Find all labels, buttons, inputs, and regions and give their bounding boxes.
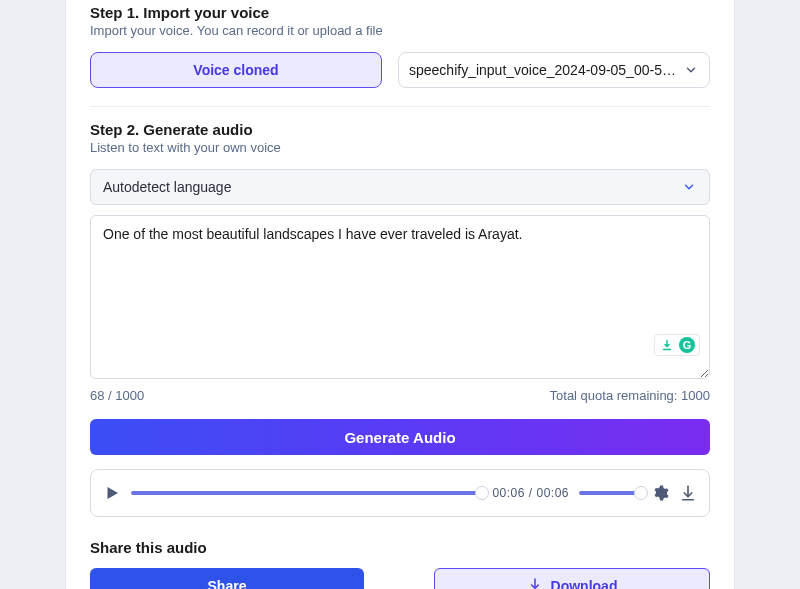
step1-title: Step 1. Import your voice (90, 4, 710, 21)
download-button[interactable]: Download (434, 568, 710, 589)
voice-cloned-button[interactable]: Voice cloned (90, 52, 382, 88)
grammarly-badge[interactable]: G (654, 334, 700, 356)
svg-marker-0 (108, 487, 119, 499)
text-input[interactable] (90, 215, 710, 379)
download-audio-button[interactable] (679, 484, 697, 502)
char-counter: 68 / 1000 (90, 388, 144, 403)
audio-player: 00:06 / 00:06 (90, 469, 710, 517)
share-section-title: Share this audio (90, 539, 710, 556)
progress-slider[interactable] (131, 491, 482, 495)
step1-subtitle: Import your voice. You can record it or … (90, 23, 710, 38)
quota-counter: Total quota remaining: 1000 (550, 388, 710, 403)
download-icon (527, 577, 543, 590)
chevron-down-icon (681, 179, 697, 195)
language-select-value: Autodetect language (103, 179, 231, 195)
step2-subtitle: Listen to text with your own voice (90, 140, 710, 155)
extension-download-icon (659, 337, 675, 353)
time-display: 00:06 / 00:06 (492, 486, 569, 500)
step2-title: Step 2. Generate audio (90, 121, 710, 138)
settings-button[interactable] (651, 484, 669, 502)
share-button[interactable]: Share (90, 568, 364, 589)
download-button-label: Download (551, 578, 618, 589)
generate-audio-button[interactable]: Generate Audio (90, 419, 710, 455)
grammarly-icon: G (679, 337, 695, 353)
volume-slider[interactable] (579, 491, 641, 495)
slider-thumb[interactable] (634, 486, 648, 500)
chevron-down-icon (683, 62, 699, 78)
voice-select-dropdown[interactable]: speechify_input_voice_2024-09-05_00-53-3… (398, 52, 710, 88)
voice-select-value: speechify_input_voice_2024-09-05_00-53-3… (409, 62, 677, 78)
slider-thumb[interactable] (475, 486, 489, 500)
section-divider (90, 106, 710, 107)
play-button[interactable] (103, 484, 121, 502)
language-select-dropdown[interactable]: Autodetect language (90, 169, 710, 205)
